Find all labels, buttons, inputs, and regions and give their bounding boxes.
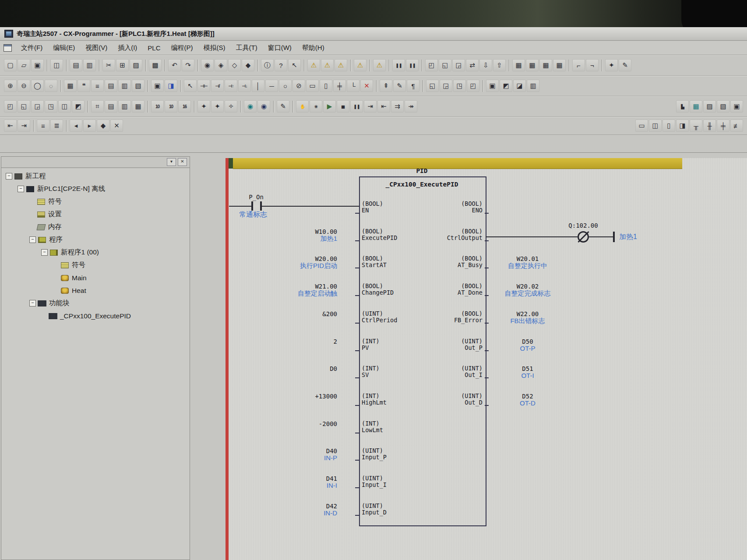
rung-comment-icon[interactable]: ❝ <box>78 80 90 92</box>
view-pane-4-icon[interactable]: ◳ <box>45 100 57 113</box>
line-delete-icon[interactable]: └ <box>347 80 359 92</box>
find-next-icon[interactable]: ◇ <box>228 59 241 71</box>
zoom-in-icon[interactable]: ⊕ <box>4 80 17 92</box>
memory-view-icon[interactable]: ◪ <box>513 80 526 92</box>
cut-icon[interactable]: ✂ <box>102 59 115 71</box>
undo-icon[interactable]: ↶ <box>168 59 181 71</box>
upload-from-plc-icon[interactable]: ⇧ <box>493 59 506 71</box>
about-icon[interactable]: ⓘ <box>261 59 274 71</box>
view-pane-3-icon[interactable]: ◲ <box>31 100 44 113</box>
window-cascade-icon[interactable]: ◰ <box>425 59 438 71</box>
plc-rack-icon[interactable]: ▦ <box>526 59 539 71</box>
show-comments-icon[interactable]: ≡ <box>91 80 104 92</box>
select-tool-icon[interactable]: ↖ <box>184 80 197 92</box>
online-edit-icon[interactable]: ⚠ <box>373 59 386 71</box>
change-plc-model-icon[interactable]: ◫ <box>50 59 63 71</box>
new-file-icon[interactable]: ▢ <box>4 59 17 71</box>
fb-instance-icon[interactable]: ▦ <box>690 100 702 113</box>
zoom-100-icon[interactable]: ◯ <box>31 80 44 92</box>
find-icon[interactable]: ◉ <box>201 59 214 71</box>
context-help-icon[interactable]: ↖ <box>288 59 301 71</box>
watch-window-icon[interactable]: ▣ <box>486 80 499 92</box>
block-comment-list-icon[interactable]: ≣ <box>50 120 63 132</box>
contact-down-icon[interactable]: ⊣↓ <box>238 80 251 92</box>
view-pane-6-icon[interactable]: ◩ <box>72 100 85 113</box>
tree-item--[interactable]: −程序 <box>1 233 190 246</box>
print-icon[interactable]: ▤ <box>70 59 82 71</box>
view-pane-1-icon[interactable]: ◰ <box>4 100 17 113</box>
ladder-canvas[interactable] <box>229 158 747 560</box>
bookmark-next-icon[interactable]: ▸ <box>83 120 96 132</box>
symbol-table-icon[interactable]: ◲ <box>440 80 452 92</box>
tree-expander[interactable]: − <box>41 249 48 256</box>
mnemonic-view-icon[interactable]: ⌗ <box>91 100 104 113</box>
rung-wrap-icon[interactable]: ▤ <box>105 80 117 92</box>
view-pane-5-icon[interactable]: ◫ <box>58 100 71 113</box>
monitor-view-icon[interactable]: ▦ <box>132 100 144 113</box>
symbol-view-icon[interactable]: ▤ <box>105 100 117 113</box>
transfer-swap-icon[interactable]: ⇄ <box>466 59 479 71</box>
menu-item-6[interactable]: 编程(P) <box>166 42 198 54</box>
grid-toggle-icon[interactable]: ▦ <box>64 80 77 92</box>
contact-no-icon[interactable]: ⊣⊢ <box>197 80 210 92</box>
replace-icon[interactable]: ◈ <box>215 59 227 71</box>
mdi-child-icon[interactable] <box>4 44 12 52</box>
ladder-symbol-tool-1-icon[interactable]: ▭ <box>635 120 648 132</box>
work-online-icon[interactable]: ⚠ <box>307 59 320 71</box>
vertical-line-icon[interactable]: │ <box>252 80 264 92</box>
menu-item-1[interactable]: 文件(F) <box>16 42 47 54</box>
contact-left-bar[interactable] <box>251 201 253 211</box>
tree-item--[interactable]: −新工程 <box>1 170 190 183</box>
tree-item-_cpxx100_executepid[interactable]: _CPxx100_ExecutePID <box>1 310 190 322</box>
instruction-box-icon[interactable]: ▭ <box>306 80 319 92</box>
radix-decimal-icon[interactable]: 10 <box>151 100 164 113</box>
fb-online-icon[interactable]: ▣ <box>730 100 743 113</box>
io-table-icon[interactable]: ▦ <box>512 59 525 71</box>
plc-clock-icon[interactable]: ▦ <box>553 59 566 71</box>
outdent-rung-icon[interactable]: ⇥ <box>18 120 30 132</box>
fb-protect-icon[interactable]: ▨ <box>703 100 716 113</box>
menu-item-7[interactable]: 模拟(S) <box>199 42 230 54</box>
sim-pause-icon[interactable]: ❚❚ <box>350 100 363 113</box>
symbol-insert-icon[interactable]: ◱ <box>426 80 439 92</box>
bookmark-prev-icon[interactable]: ◂ <box>70 120 82 132</box>
tree-expander[interactable]: − <box>18 186 24 192</box>
copy-icon[interactable]: ⊞ <box>116 59 129 71</box>
tree-item--1-00-[interactable]: −新程序1 (00) <box>1 246 190 259</box>
address-ref-icon[interactable]: ◳ <box>453 80 466 92</box>
section-list-icon[interactable]: ▧ <box>132 80 144 92</box>
ladder-symbol-tool-4-icon[interactable]: ◨ <box>676 120 689 132</box>
force-on-icon[interactable]: ✦ <box>197 100 210 113</box>
ladder-symbol-tool-3-icon[interactable]: ▯ <box>662 120 675 132</box>
help-icon[interactable]: ? <box>275 59 287 71</box>
fb-password-icon[interactable]: ▧ <box>717 100 729 113</box>
rung-properties-icon[interactable]: ¶ <box>407 80 419 92</box>
comment-view-icon[interactable]: ▥ <box>118 100 131 113</box>
sim-hold-icon[interactable]: ✋ <box>296 100 309 113</box>
view-pane-2-icon[interactable]: ◱ <box>18 100 30 113</box>
menu-item-10[interactable]: 帮助(H) <box>297 42 329 54</box>
fb-generate-icon[interactable]: ✦ <box>605 59 618 71</box>
snapshot-icon[interactable]: ▣ <box>151 80 164 92</box>
watch-tool-icon[interactable]: ◉ <box>257 100 270 113</box>
zoom-out-icon[interactable]: ⊖ <box>18 80 30 92</box>
fb-library-icon[interactable]: ▙ <box>676 100 689 113</box>
ladder-symbol-tool-5-icon[interactable]: ╥ <box>690 120 702 132</box>
tree-item-heat[interactable]: Heat <box>1 284 190 297</box>
rung-edit-icon[interactable]: ✎ <box>393 80 406 92</box>
coil-nc-icon[interactable]: ⊘ <box>292 80 305 92</box>
sim-scan-run-icon[interactable]: ↠ <box>405 100 417 113</box>
tree-item--[interactable]: 设置 <box>1 208 190 221</box>
sim-stop-icon[interactable]: ■ <box>337 100 349 113</box>
ladder-style-icon[interactable]: ▥ <box>118 80 131 92</box>
sim-continuous-icon[interactable]: ⇉ <box>391 100 404 113</box>
tree-item--[interactable]: 内存 <box>1 221 190 233</box>
tree-item--[interactable]: 符号 <box>1 195 190 208</box>
tree-item-main[interactable]: Main <box>1 271 190 284</box>
tree-expander[interactable]: − <box>6 173 12 180</box>
watch-add-icon[interactable]: ◉ <box>244 100 257 113</box>
tree-item--[interactable]: 符号 <box>1 259 190 271</box>
online-monitor-icon[interactable]: ⚠ <box>335 59 347 71</box>
compile-check-icon[interactable]: ⚠ <box>354 59 366 71</box>
workspace-collapse-button[interactable]: ▾ <box>167 158 176 166</box>
